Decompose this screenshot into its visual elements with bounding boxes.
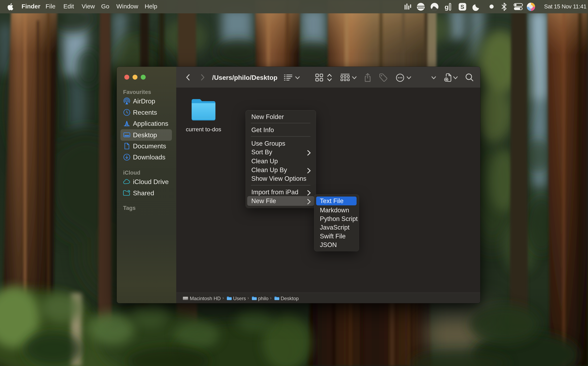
svg-text:g: g [445, 3, 449, 11]
svg-text:S: S [460, 4, 464, 10]
